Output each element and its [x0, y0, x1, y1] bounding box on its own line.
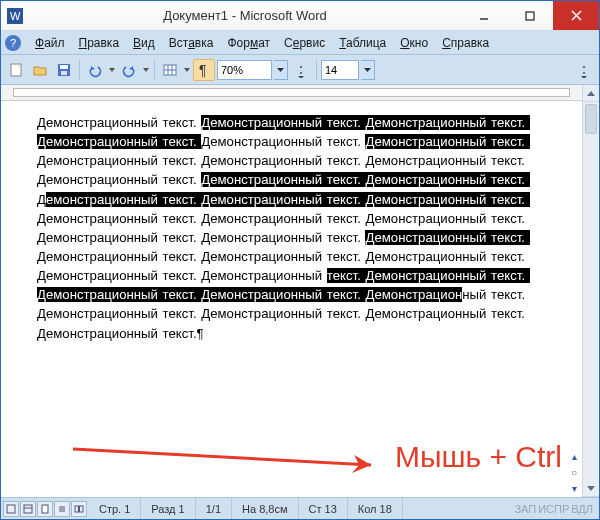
- view-print-icon[interactable]: [37, 501, 53, 517]
- maximize-button[interactable]: [507, 1, 553, 30]
- vertical-scrollbar[interactable]: [582, 85, 599, 497]
- menu-file[interactable]: Файл: [29, 34, 71, 52]
- new-button[interactable]: [5, 59, 27, 81]
- menu-view[interactable]: Вид: [127, 34, 161, 52]
- app-icon: W: [7, 8, 23, 24]
- scroll-thumb[interactable]: [585, 104, 597, 134]
- redo-button[interactable]: [118, 59, 140, 81]
- table-dropdown[interactable]: [183, 68, 191, 72]
- svg-line-19: [73, 449, 371, 465]
- menu-help[interactable]: Справка: [436, 34, 495, 52]
- svg-rect-27: [75, 506, 79, 512]
- svg-rect-21: [24, 505, 32, 513]
- next-page-icon: ▾: [568, 483, 580, 495]
- table-button[interactable]: [159, 59, 181, 81]
- menu-edit[interactable]: Правка: [73, 34, 126, 52]
- undo-button[interactable]: [84, 59, 106, 81]
- menu-window[interactable]: Окно: [394, 34, 434, 52]
- annotation-overlay: Мышь + Ctrl: [61, 437, 562, 477]
- status-section: Разд 1: [141, 498, 195, 519]
- document-pane: Демонстрационный текст. Демонстрационный…: [1, 85, 582, 497]
- scroll-up-icon[interactable]: [583, 85, 599, 102]
- annotation-text: Мышь + Ctrl: [395, 440, 562, 474]
- status-rec: ЗАП: [514, 503, 536, 515]
- menubar: ? Файл Правка Вид Вставка Формат Сервис …: [1, 31, 599, 55]
- statusbar: Стр. 1 Разд 1 1/1 На 8,8см Ст 13 Кол 18 …: [1, 497, 599, 519]
- minimize-button[interactable]: [461, 1, 507, 30]
- svg-point-17: [583, 66, 585, 68]
- menu-insert[interactable]: Вставка: [163, 34, 220, 52]
- status-pages: 1/1: [196, 498, 232, 519]
- toolbar-overflow-1[interactable]: [290, 59, 312, 81]
- view-reading-icon[interactable]: [71, 501, 87, 517]
- status-page: Стр. 1: [89, 498, 141, 519]
- svg-rect-28: [80, 506, 84, 512]
- status-position: На 8,8см: [232, 498, 298, 519]
- save-button[interactable]: [53, 59, 75, 81]
- open-button[interactable]: [29, 59, 51, 81]
- svg-point-16: [300, 72, 302, 74]
- svg-rect-8: [60, 65, 68, 69]
- zoom-dropdown[interactable]: [274, 60, 288, 80]
- svg-rect-3: [526, 12, 534, 20]
- svg-point-15: [300, 66, 302, 68]
- svg-rect-23: [42, 505, 48, 513]
- menu-format[interactable]: Формат: [221, 34, 276, 52]
- help-icon[interactable]: ?: [5, 35, 21, 51]
- view-outline-icon[interactable]: [54, 501, 70, 517]
- word-window: W Документ1 - Microsoft Word ? Файл Прав…: [0, 0, 600, 520]
- menu-service[interactable]: Сервис: [278, 34, 331, 52]
- window-title: Документ1 - Microsoft Word: [29, 8, 461, 23]
- undo-dropdown[interactable]: [108, 68, 116, 72]
- status-column: Кол 18: [348, 498, 403, 519]
- view-normal-icon[interactable]: [3, 501, 19, 517]
- menu-table[interactable]: Таблица: [333, 34, 392, 52]
- document-body[interactable]: Демонстрационный текст. Демонстрационный…: [37, 113, 566, 343]
- toolbar: ¶ 70% 14: [1, 55, 599, 85]
- close-button[interactable]: [553, 1, 599, 30]
- svg-text:¶: ¶: [199, 62, 207, 78]
- redo-dropdown[interactable]: [142, 68, 150, 72]
- zoom-input[interactable]: 70%: [217, 60, 272, 80]
- status-ext: ВДЛ: [571, 503, 593, 515]
- view-web-icon[interactable]: [20, 501, 36, 517]
- svg-rect-9: [61, 71, 67, 75]
- svg-point-18: [583, 72, 585, 74]
- prev-page-icon: ▴: [568, 451, 580, 463]
- font-size-dropdown[interactable]: [361, 60, 375, 80]
- scroll-down-icon[interactable]: [583, 480, 599, 497]
- horizontal-ruler[interactable]: [1, 85, 582, 101]
- browse-object-icon: ○: [568, 467, 580, 479]
- status-line: Ст 13: [299, 498, 348, 519]
- svg-rect-20: [7, 505, 15, 513]
- pilcrow-button[interactable]: ¶: [193, 59, 215, 81]
- titlebar[interactable]: W Документ1 - Microsoft Word: [1, 1, 599, 31]
- font-size-input[interactable]: 14: [321, 60, 359, 80]
- svg-text:W: W: [10, 10, 21, 22]
- status-trk: ИСПР: [538, 503, 569, 515]
- toolbar-overflow-2[interactable]: [573, 59, 595, 81]
- browse-object-icons[interactable]: ▴ ○ ▾: [566, 449, 582, 497]
